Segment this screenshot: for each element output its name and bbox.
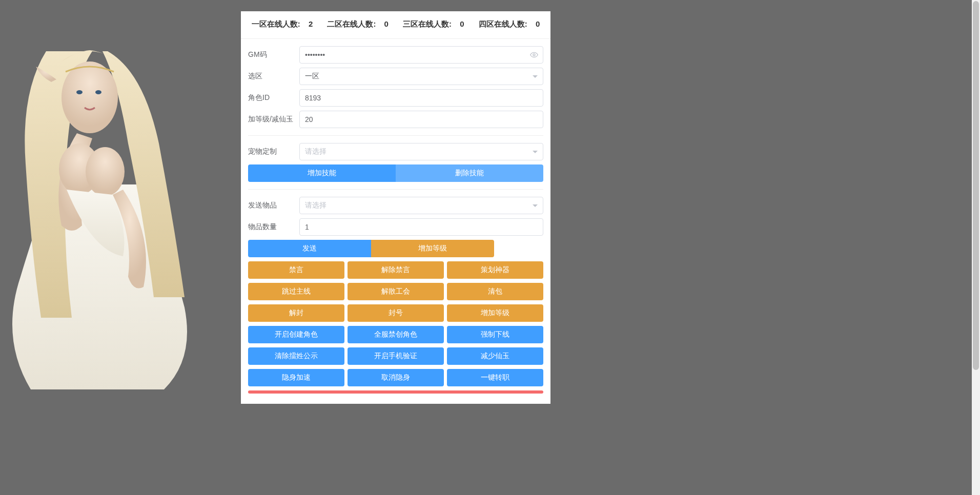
reduce-jade-button[interactable]: 减少仙玉 [447, 347, 543, 365]
send-item-select[interactable]: 请选择 [299, 197, 543, 214]
chevron-down-icon [533, 75, 538, 78]
danger-row-button[interactable] [248, 390, 543, 394]
unban-button[interactable]: 解封 [248, 304, 344, 322]
send-item-label: 发送物品 [248, 201, 299, 210]
online-stats: 一区在线人数: 2 二区在线人数: 0 三区在线人数: 0 四区在线人数: 0 [241, 11, 550, 38]
send-item-placeholder: 请选择 [305, 201, 326, 210]
divider [248, 135, 543, 136]
scrollbar[interactable] [972, 0, 980, 495]
send-button[interactable]: 发送 [248, 240, 371, 257]
clear-arena-notice-button[interactable]: 清除擂姓公示 [248, 347, 344, 365]
svg-point-0 [62, 61, 118, 133]
level-jade-label: 加等级/减仙玉 [248, 115, 299, 124]
role-id-input[interactable] [299, 89, 543, 107]
svg-point-4 [86, 147, 125, 196]
unmute-button[interactable]: 解除禁言 [348, 261, 444, 279]
scrollbar-thumb[interactable] [973, 1, 979, 370]
add-level2-button[interactable]: 增加等级 [447, 304, 543, 322]
item-count-input[interactable] [299, 218, 543, 236]
ban-create-role-button[interactable]: 全服禁创角色 [348, 326, 444, 343]
pet-custom-placeholder: 请选择 [305, 147, 326, 156]
cancel-stealth-button[interactable]: 取消隐身 [348, 369, 444, 386]
level-jade-input[interactable] [299, 111, 543, 128]
skip-mainline-button[interactable]: 跳过主线 [248, 283, 344, 300]
svg-point-2 [95, 90, 101, 94]
pet-custom-select[interactable]: 请选择 [299, 143, 543, 160]
zone-select-value: 一区 [305, 72, 319, 81]
gm-code-label: GM码 [248, 50, 299, 59]
onekey-jobchange-button[interactable]: 一键转职 [447, 369, 543, 386]
enable-create-role-button[interactable]: 开启创建角色 [248, 326, 344, 343]
mute-button[interactable]: 禁言 [248, 261, 344, 279]
role-id-label: 角色ID [248, 93, 299, 102]
disband-guild-button[interactable]: 解散工会 [348, 283, 444, 300]
force-offline-button[interactable]: 强制下线 [447, 326, 543, 343]
eye-icon[interactable] [530, 51, 538, 59]
zone4-stat: 四区在线人数: 0 [476, 19, 543, 28]
character-image [0, 31, 195, 389]
stealth-speed-button[interactable]: 隐身加速 [248, 369, 344, 386]
zone1-stat: 一区在线人数: 2 [249, 19, 316, 28]
clear-bag-button[interactable]: 清包 [447, 283, 543, 300]
admin-panel: 一区在线人数: 2 二区在线人数: 0 三区在线人数: 0 四区在线人数: 0 … [241, 11, 550, 404]
item-count-label: 物品数量 [248, 222, 299, 232]
designer-artifact-button[interactable]: 策划神器 [447, 261, 543, 279]
zone-select[interactable]: 一区 [299, 68, 543, 85]
chevron-down-icon [533, 151, 538, 153]
zone-select-label: 选区 [248, 72, 299, 81]
gm-code-input[interactable] [299, 46, 543, 64]
svg-point-3 [59, 143, 100, 195]
add-skill-button[interactable]: 增加技能 [248, 164, 396, 182]
add-level-button[interactable]: 增加等级 [371, 240, 494, 257]
svg-point-1 [76, 90, 83, 94]
svg-point-5 [533, 54, 535, 56]
zone2-stat: 二区在线人数: 0 [324, 19, 392, 28]
chevron-down-icon [533, 204, 538, 207]
form-card: GM码 选区 一区 角色ID [241, 38, 550, 399]
del-skill-button[interactable]: 删除技能 [396, 164, 543, 182]
enable-phone-verify-button[interactable]: 开启手机验证 [348, 347, 444, 365]
zone3-stat: 三区在线人数: 0 [400, 19, 467, 28]
ban-button[interactable]: 封号 [348, 304, 444, 322]
pet-custom-label: 宠物定制 [248, 147, 299, 156]
divider [248, 189, 543, 190]
